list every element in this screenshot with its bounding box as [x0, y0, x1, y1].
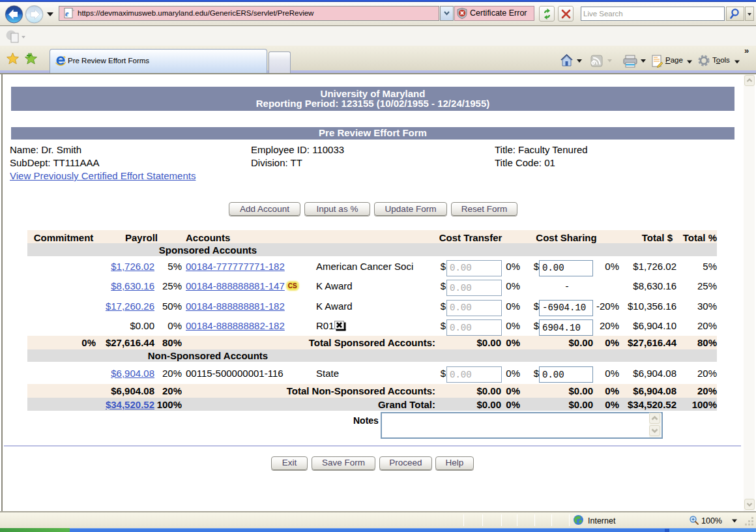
svg-text:e: e	[65, 9, 69, 18]
